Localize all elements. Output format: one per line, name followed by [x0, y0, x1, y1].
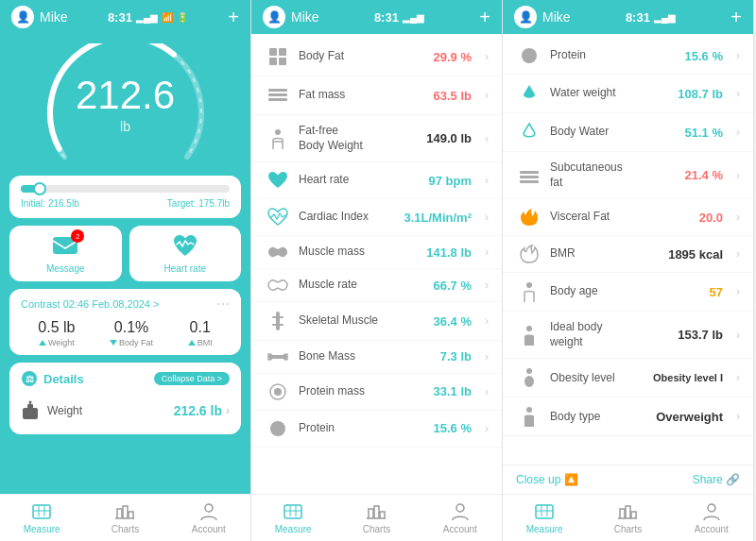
svg-rect-14: [268, 98, 287, 101]
metric-row[interactable]: Muscle rate 66.7 % ›: [251, 269, 502, 302]
metric-row[interactable]: Bone Mass 7.3 lb ›: [251, 341, 502, 374]
svg-point-30: [526, 282, 532, 288]
weight-number: 212.6: [76, 76, 175, 115]
metric-value: 141.8 lb: [426, 245, 472, 260]
metric-name: Fat-freeBody Weight: [299, 124, 419, 153]
metric-value: 29.9 %: [434, 50, 472, 64]
metric-row[interactable]: Water weight 108.7 lb ›: [503, 75, 753, 113]
metric-icon-waterweight: [516, 83, 542, 104]
measure-icon: [31, 501, 52, 522]
metric-name: Body Fat: [299, 49, 426, 64]
top-bar-2: 👤 Mike 8:31 ▂▄▆ +: [251, 0, 502, 34]
message-label: Message: [46, 263, 85, 274]
metric-row[interactable]: Ideal bodyweight 153.7 lb ›: [503, 312, 753, 359]
metric-icon-p3-protein: [516, 46, 542, 65]
chevron-icon: ›: [736, 285, 740, 298]
weight-value: 212.6 lb: [76, 76, 175, 134]
add-button-2[interactable]: +: [479, 7, 490, 28]
svg-rect-9: [279, 48, 286, 56]
status-2: 8:31 ▂▄▆: [374, 10, 424, 25]
metric-icon-obesity: [516, 367, 542, 388]
share-button[interactable]: Share 🔗: [693, 473, 740, 486]
metric-row[interactable]: Protein mass 33.1 lb ›: [251, 374, 502, 411]
nav-measure-2[interactable]: Measure: [251, 495, 335, 541]
cardiac-icon: [267, 208, 288, 227]
measure-icon-2: [283, 501, 303, 522]
svg-point-15: [275, 129, 281, 135]
nav-charts-2[interactable]: Charts: [335, 495, 418, 541]
account-icon-2: [450, 501, 471, 522]
contrast-dots: ⋯: [216, 296, 230, 312]
bottom-nav-3: Measure Charts Account: [503, 494, 753, 541]
chevron-icon: ›: [736, 49, 740, 62]
close-up-label: Close up 🔼: [516, 473, 578, 486]
metric-name-obesity: Obesity level: [550, 371, 645, 386]
metric-row[interactable]: Protein 15.6 % ›: [251, 411, 502, 448]
idealbody-icon: [522, 325, 537, 346]
metric-icon-bodywater: [516, 122, 542, 143]
metric-row[interactable]: BMR 1895 kcal ›: [503, 236, 753, 273]
metric-row[interactable]: Fat mass 63.5 lb ›: [251, 76, 502, 115]
add-button-3[interactable]: +: [730, 7, 742, 28]
metric-icon-visceral: [516, 208, 542, 227]
metric-row-bodytype[interactable]: Body type Overweight ›: [503, 397, 753, 436]
metric-row[interactable]: Body Water 51.1 % ›: [503, 113, 753, 152]
svg-rect-27: [520, 171, 539, 174]
bone-icon: [267, 350, 288, 363]
contrast-values: 0.5 lb Weight 0.1% Body Fat 0.1: [21, 319, 230, 347]
contrast-section: Contrast 02:46 Feb.08,2024 > ⋯ 0.5 lb We…: [9, 289, 241, 355]
message-button[interactable]: 2 Message: [9, 226, 122, 281]
panel-3: 👤 Mike 8:31 ▂▄▆ + Protein 15.6 % ›: [503, 0, 754, 541]
user-info-2: 👤 Mike: [263, 6, 319, 28]
metric-row-obesity[interactable]: Obesity level Obesity level I ›: [503, 359, 753, 397]
metric-row[interactable]: Skeletal Muscle 36.4 % ›: [251, 302, 502, 341]
metric-value: 15.6 %: [685, 49, 723, 63]
chevron-icon: ›: [736, 329, 740, 342]
metric-row[interactable]: Protein 15.6 % ›: [503, 38, 753, 75]
nav-charts-3[interactable]: Charts: [586, 495, 669, 541]
signal-icon-2: ▂▄▆: [403, 12, 424, 23]
metric-name: Muscle rate: [299, 278, 426, 293]
nav-measure-1[interactable]: Measure: [0, 495, 83, 541]
nav-charts-label-3: Charts: [614, 524, 642, 534]
metric-row[interactable]: Visceral Fat 20.0 ›: [503, 199, 753, 236]
svg-point-22: [274, 388, 282, 396]
metric-value: 51.1 %: [685, 126, 723, 140]
username-2: Mike: [291, 9, 319, 25]
progress-indicator: [33, 182, 46, 195]
charts-icon: [114, 501, 135, 522]
charts-icon-2: [366, 501, 387, 522]
close-up-button[interactable]: Close up 🔼: [516, 473, 578, 486]
chevron-icon: ›: [485, 50, 489, 63]
battery-icon: 🔋: [177, 12, 188, 23]
muscle-rate-icon: [267, 278, 288, 293]
collapse-button[interactable]: Collapse Data >: [154, 372, 230, 385]
metric-icon-bone: [265, 350, 291, 363]
metric-row[interactable]: Subcutaneousfat 21.4 % ›: [503, 152, 753, 199]
metric-row[interactable]: Body Fat 29.9 % ›: [251, 38, 502, 76]
nav-account-3[interactable]: Account: [670, 495, 753, 541]
weight-unit: lb: [76, 119, 175, 134]
metric-name: Body age: [550, 284, 702, 299]
nav-charts-1[interactable]: Charts: [83, 495, 166, 541]
add-button-1[interactable]: +: [228, 7, 239, 28]
metric-row[interactable]: Heart rate 97 bpm ›: [251, 162, 502, 199]
metric-icon-musclerate: [265, 278, 291, 293]
metric-name-cardiac: Cardiac Index: [299, 210, 396, 225]
metric-row[interactable]: Muscle mass 141.8 lb ›: [251, 236, 502, 269]
details-section: ⚖ Details Collapse Data > Weight: [9, 363, 241, 434]
nav-measure-3[interactable]: Measure: [503, 495, 586, 541]
metric-icon-proteinmass: [265, 382, 291, 401]
skeletal-icon: [270, 311, 285, 331]
chevron-icon: ›: [485, 211, 489, 224]
trend-down-icon: [110, 340, 117, 346]
metric-value: 57: [710, 285, 723, 299]
nav-account-2[interactable]: Account: [419, 495, 502, 541]
weight-icon: [21, 400, 40, 421]
heart-rate-button[interactable]: Heart rate: [129, 226, 242, 281]
nav-account-1[interactable]: Account: [167, 495, 250, 541]
metric-row-cardiac[interactable]: Cardiac Index 3.1L/Min/m² ›: [251, 199, 502, 236]
metric-row[interactable]: Fat-freeBody Weight 149.0 lb ›: [251, 115, 502, 162]
metric-row[interactable]: Body age 57 ›: [503, 273, 753, 312]
progress-initial: Initial: 216.5lb: [21, 198, 79, 209]
